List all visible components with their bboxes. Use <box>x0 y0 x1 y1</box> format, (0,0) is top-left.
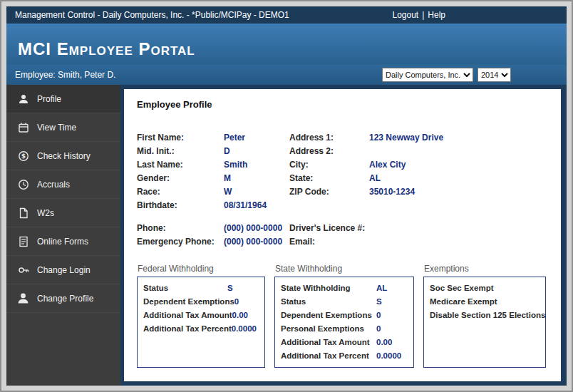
sidebar-item-accruals[interactable]: Accruals <box>6 170 120 199</box>
state-personal-exemptions-value: 0 <box>376 322 408 336</box>
drivers-licence-label: Driver's Licence #: <box>289 222 369 234</box>
state-additional-tax-amount-value: 0.00 <box>376 336 408 349</box>
page-title: MCI Employee Portal <box>18 39 195 59</box>
window-title: Management Control - Daily Computers, In… <box>15 10 289 20</box>
title-bar: Management Control - Daily Computers, In… <box>6 6 567 24</box>
exemption-item-section-125: Disable Section 125 Elections <box>430 309 540 322</box>
state-withholding-state-label: State Withholding <box>281 282 376 295</box>
federal-dependent-exemptions-label: Dependent Exemptions <box>143 295 234 309</box>
sidebar-item-check-history[interactable]: $ Check History <box>6 142 120 170</box>
panel-title: Employee Profile <box>137 99 548 110</box>
emergency-phone-label: Emergency Phone: <box>137 235 224 248</box>
state-additional-tax-percent-label: Additional Tax Percent <box>281 349 376 363</box>
state-personal-exemptions-label: Personal Exemptions <box>281 322 376 336</box>
first-name-label: First Name: <box>137 131 224 144</box>
w2s-icon <box>17 207 29 219</box>
exemption-item-soc-sec: Soc Sec Exempt <box>430 282 540 295</box>
federal-additional-tax-amount-label: Additional Tax Amount <box>143 309 232 322</box>
sidebar-item-w2s[interactable]: W2s <box>6 199 120 227</box>
sidebar-item-label: Accruals <box>37 180 70 190</box>
sidebar-nav: Profile View Time $ Check History <box>6 85 120 386</box>
state-value: AL <box>369 172 548 185</box>
state-status-value: S <box>376 295 408 309</box>
last-name-value: Smith <box>224 158 289 171</box>
sidebar-item-label: Online Forms <box>37 237 88 247</box>
change-profile-icon <box>17 292 29 304</box>
subheader-bar: Employee: Smith, Peter D. Daily Computer… <box>6 65 567 85</box>
state-label: State: <box>289 172 369 185</box>
profile-icon <box>17 93 29 105</box>
help-link[interactable]: Help <box>428 10 445 20</box>
state-dependent-exemptions-value: 0 <box>376 309 408 322</box>
email-label: Email: <box>289 235 369 248</box>
address1-label: Address 1: <box>289 131 369 144</box>
empty-cell <box>369 199 548 212</box>
city-value: Alex City <box>369 158 548 171</box>
sidebar-item-online-forms[interactable]: Online Forms <box>6 227 120 256</box>
content-area: Profile View Time $ Check History <box>6 85 567 386</box>
zip-label: ZIP Code: <box>289 185 369 198</box>
federal-additional-tax-percent-value: 0.0000 <box>232 322 259 336</box>
sidebar-item-label: Change Login <box>37 265 91 275</box>
sidebar-item-change-profile[interactable]: Change Profile <box>6 284 120 313</box>
main-area: Employee Profile First Name: Peter Addre… <box>120 85 567 386</box>
sidebar-item-profile[interactable]: Profile <box>6 85 120 113</box>
last-name-label: Last Name: <box>137 158 224 171</box>
federal-withholding-section: Federal Withholding Status S Dependent E… <box>137 264 265 368</box>
race-label: Race: <box>137 185 224 198</box>
subheader-selects: Daily Computers, Inc. 2014 <box>382 68 511 82</box>
sidebar-item-label: Change Profile <box>37 294 93 304</box>
company-select[interactable]: Daily Computers, Inc. <box>382 68 473 82</box>
exemptions-box: Soc Sec Exempt Medicare Exempt Disable S… <box>423 277 546 368</box>
mid-init-label: Mid. Init.: <box>137 145 224 158</box>
state-additional-tax-amount-label: Additional Tax Amount <box>281 336 376 349</box>
drivers-licence-value <box>369 222 548 234</box>
email-value <box>369 235 548 248</box>
federal-additional-tax-amount-value: 0.00 <box>232 309 259 322</box>
year-select[interactable]: 2014 <box>478 68 511 82</box>
empty-cell <box>289 199 369 212</box>
federal-withholding-box: Status S Dependent Exemptions 0 Addition… <box>137 277 265 368</box>
topbar-links: Logout | Help <box>392 10 445 20</box>
federal-additional-tax-percent-label: Additional Tax Percent <box>143 322 232 336</box>
mid-init-value: D <box>224 145 289 158</box>
federal-status-label: Status <box>143 282 227 295</box>
phone-label: Phone: <box>137 222 224 234</box>
sidebar-item-label: View Time <box>37 123 76 133</box>
address2-label: Address 2: <box>289 145 369 158</box>
logout-link[interactable]: Logout <box>392 10 418 20</box>
emergency-phone-value: (000) 000-0000 <box>224 235 289 248</box>
state-status-label: Status <box>281 295 376 309</box>
employee-name-label: Employee: Smith, Peter D. <box>15 70 115 80</box>
window-frame: Management Control - Daily Computers, In… <box>0 0 573 392</box>
state-withholding-box: State Withholding AL Status S Dependent … <box>274 277 414 368</box>
sidebar-item-label: Check History <box>37 151 91 161</box>
change-login-icon <box>17 264 29 276</box>
sidebar-item-label: Profile <box>37 94 61 104</box>
employee-profile-panel: Employee Profile First Name: Peter Addre… <box>124 89 561 381</box>
first-name-value: Peter <box>224 131 289 144</box>
address2-value <box>369 145 548 158</box>
city-label: City: <box>289 158 369 171</box>
birthdate-label: Birthdate: <box>137 199 224 212</box>
address1-value: 123 Newway Drive <box>369 131 548 144</box>
state-withholding-section: State Withholding State Withholding AL S… <box>274 264 414 368</box>
gender-label: Gender: <box>137 172 224 185</box>
calendar-icon <box>17 121 29 133</box>
race-value: W <box>224 185 289 198</box>
sidebar-item-view-time[interactable]: View Time <box>6 113 120 142</box>
sidebar-item-label: W2s <box>37 208 54 218</box>
exemptions-section: Exemptions Soc Sec Exempt Medicare Exemp… <box>423 264 546 368</box>
exemption-item-medicare: Medicare Exempt <box>430 295 540 309</box>
online-forms-icon <box>17 235 29 247</box>
state-dependent-exemptions-label: Dependent Exemptions <box>281 309 376 322</box>
federal-status-value: S <box>227 282 259 295</box>
birthdate-value: 08/31/1964 <box>224 199 289 212</box>
federal-withholding-title: Federal Withholding <box>138 264 265 274</box>
sidebar-item-change-login[interactable]: Change Login <box>6 256 120 284</box>
gender-value: M <box>224 172 289 185</box>
exemptions-title: Exemptions <box>424 264 546 274</box>
zip-value: 35010-1234 <box>369 185 548 198</box>
header-banner: MCI Employee Portal <box>6 24 567 65</box>
contact-fields: Phone: (000) 000-0000 Driver's Licence #… <box>137 222 548 248</box>
